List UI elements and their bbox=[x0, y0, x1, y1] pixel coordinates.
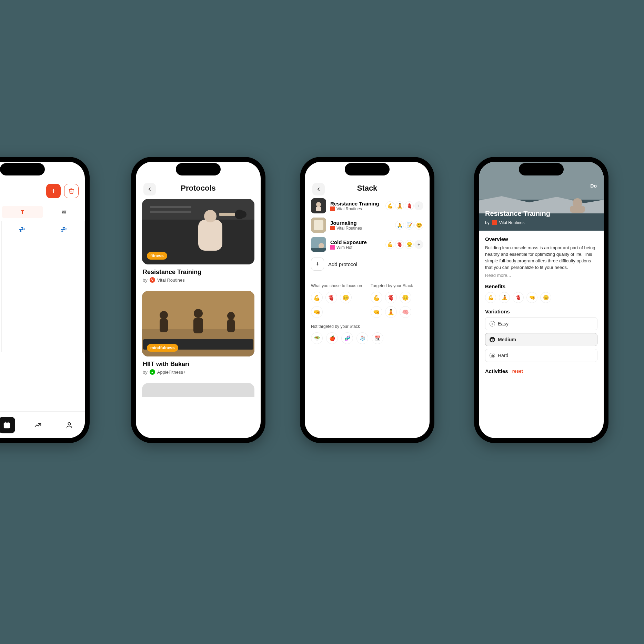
brand-badge-icon: ● bbox=[150, 369, 155, 375]
weekday-t[interactable]: T bbox=[2, 206, 43, 218]
add-button[interactable] bbox=[46, 184, 61, 198]
svg-rect-33 bbox=[314, 220, 323, 230]
svg-rect-6 bbox=[4, 423, 10, 428]
benefit-icon: 🫀 bbox=[405, 201, 414, 210]
stack-item-title: Journaling bbox=[330, 220, 391, 226]
svg-rect-14 bbox=[150, 211, 191, 213]
focus-chosen-label: What you chose to focus on bbox=[311, 283, 364, 288]
stack-item-title: Cold Exposure bbox=[330, 239, 381, 245]
svg-rect-31 bbox=[316, 207, 321, 211]
benefits-row: 💪 🧘 🫀 🤜 😊 bbox=[485, 292, 597, 303]
weekday-selector: M T W bbox=[0, 206, 85, 218]
focus-icon: 🫀 bbox=[385, 292, 397, 303]
protocol-title: Resistance Training bbox=[143, 269, 254, 276]
stack-item-title: Resistance Training bbox=[330, 201, 381, 207]
expand-benefits-button[interactable]: + bbox=[414, 201, 423, 210]
bottom-tabbar bbox=[0, 411, 85, 438]
svg-point-19 bbox=[240, 211, 246, 218]
svg-rect-15 bbox=[198, 220, 222, 251]
nt-icon: 🥗 bbox=[311, 332, 323, 344]
weekday-w[interactable]: W bbox=[43, 206, 85, 218]
tab-calendar[interactable] bbox=[0, 417, 15, 433]
phone-notch bbox=[519, 163, 564, 175]
plus-icon: + bbox=[311, 258, 324, 271]
variation-hard[interactable]: ◑ Hard bbox=[485, 349, 597, 362]
svg-rect-23 bbox=[160, 319, 168, 332]
routine-screen: outine M T W 💤 💤 💤 bbox=[0, 157, 90, 443]
sleep-icon: 💤 bbox=[19, 226, 26, 233]
brand-badge-icon bbox=[330, 245, 335, 250]
focus-icon: 🧘 bbox=[385, 306, 397, 318]
benefit-icon: 💪 bbox=[485, 292, 496, 303]
svg-rect-13 bbox=[150, 206, 191, 208]
phone-notch bbox=[176, 163, 221, 175]
benefit-icon: 😊 bbox=[540, 292, 551, 303]
variation-easy[interactable]: ○ Easy bbox=[485, 317, 597, 330]
back-button[interactable] bbox=[143, 183, 156, 195]
back-button[interactable] bbox=[312, 183, 325, 195]
protocol-card[interactable]: fitness Resistance Training V Vital Rout… bbox=[142, 199, 254, 283]
svg-point-30 bbox=[316, 202, 321, 207]
focus-icon: 😊 bbox=[400, 292, 411, 303]
stack-item[interactable]: Cold Exposure Wim Hof 💪 🫀 😤 + bbox=[311, 237, 423, 252]
tab-trends[interactable] bbox=[30, 417, 46, 433]
focus-icon: 🧠 bbox=[400, 306, 411, 318]
protocol-card[interactable]: mindfulness HIIT with Bakari ● AppleFitn… bbox=[142, 291, 254, 375]
nt-icon: 🧬 bbox=[341, 332, 353, 344]
focus-targeted-label: Targeted by your Stack bbox=[371, 283, 423, 288]
svg-rect-36 bbox=[311, 248, 326, 252]
svg-point-26 bbox=[227, 312, 235, 320]
stack-item[interactable]: Journaling Vital Routines 🙏 📝 😊 bbox=[311, 218, 423, 233]
category-pill: fitness bbox=[147, 252, 167, 260]
benefits-heading: Benefits bbox=[485, 283, 597, 289]
overview-text: Building lean-muscle mass is an importan… bbox=[485, 245, 597, 271]
svg-point-10 bbox=[68, 422, 70, 425]
tab-profile[interactable] bbox=[61, 417, 78, 433]
svg-point-16 bbox=[204, 210, 217, 222]
not-targeted-label: Not targeted by your Stack bbox=[311, 324, 423, 329]
delete-button[interactable] bbox=[64, 184, 79, 198]
benefit-icon: 💪 bbox=[385, 240, 394, 249]
focus-icon: 🤜 bbox=[311, 306, 323, 318]
add-protocol-button[interactable]: + Add protocol bbox=[311, 258, 423, 271]
svg-point-35 bbox=[319, 243, 324, 249]
protocol-byline: V Vital Routines bbox=[143, 277, 254, 283]
svg-rect-27 bbox=[227, 319, 235, 332]
stack-item[interactable]: Resistance Training Vital Routines 💪 🧘 🫀… bbox=[311, 198, 423, 213]
difficulty-icon: ○ bbox=[490, 321, 495, 326]
brand-badge-icon bbox=[492, 220, 497, 225]
not-targeted-row: 🥗 🍎 🧬 🧦 📅 bbox=[311, 332, 423, 344]
sleep-icon: 💤 bbox=[60, 226, 67, 233]
benefit-icon: 🫀 bbox=[395, 240, 404, 249]
done-button[interactable]: Do bbox=[590, 183, 597, 189]
variations-heading: Variations bbox=[485, 309, 597, 314]
brand-badge-icon: V bbox=[150, 277, 155, 283]
focus-icon: 🫀 bbox=[325, 292, 337, 303]
focus-icon: 💪 bbox=[371, 292, 382, 303]
expand-benefits-button[interactable]: + bbox=[414, 240, 423, 249]
benefit-icon: 📝 bbox=[405, 221, 414, 230]
benefit-icon: 🧘 bbox=[395, 201, 404, 210]
protocol-byline: Vital Routines bbox=[485, 220, 525, 225]
svg-rect-17 bbox=[219, 213, 236, 216]
protocols-screen: Protocols bbox=[131, 157, 265, 443]
svg-point-24 bbox=[194, 309, 203, 318]
brand-badge-icon bbox=[330, 226, 335, 230]
activities-heading: Activities bbox=[485, 368, 508, 374]
protocol-title: Resistance Training bbox=[485, 210, 550, 218]
difficulty-icon: ◐ bbox=[490, 337, 495, 342]
nt-icon: 🧦 bbox=[356, 332, 368, 344]
reset-button[interactable]: reset bbox=[512, 369, 523, 374]
protocol-card[interactable] bbox=[142, 383, 254, 397]
weekday-m[interactable]: M bbox=[0, 206, 2, 218]
benefit-icon: 🫀 bbox=[513, 292, 524, 303]
benefit-icon: 😤 bbox=[405, 240, 414, 249]
read-more-link[interactable]: Read more... bbox=[485, 273, 597, 278]
difficulty-icon: ◑ bbox=[490, 353, 495, 358]
nt-icon: 📅 bbox=[372, 332, 383, 344]
benefit-icon: 🤜 bbox=[526, 292, 537, 303]
variation-medium[interactable]: ◐ Medium bbox=[485, 333, 597, 346]
focus-chosen-grid: 💪 🫀 😊 🤜 bbox=[311, 292, 364, 318]
focus-icon: 😊 bbox=[340, 292, 352, 303]
focus-targeted-grid: 💪 🫀 😊 🤜 🧘 🧠 bbox=[371, 292, 423, 318]
